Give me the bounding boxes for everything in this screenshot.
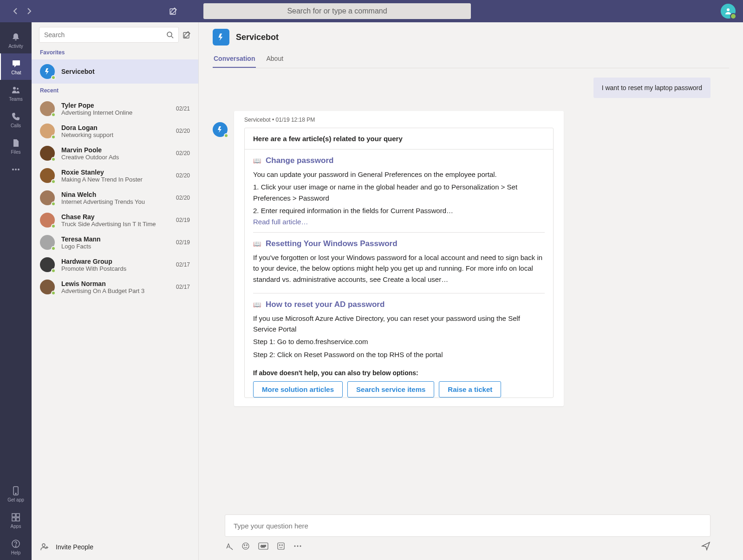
svg-rect-11 — [16, 514, 20, 517]
chat-name: Nina Welch — [61, 191, 169, 198]
rail-apps[interactable]: Apps — [0, 507, 32, 534]
chat-date: 02/20 — [176, 172, 190, 179]
chat-name: Lewis Norman — [61, 280, 169, 287]
chat-avatar — [40, 168, 55, 183]
chat-preview: Creative Outdoor Ads — [61, 154, 169, 161]
chat-preview: Internet Advertising Trends You — [61, 198, 169, 205]
chat-avatar — [40, 146, 55, 161]
chat-row[interactable]: Tyler PopeAdvertising Internet Online 02… — [32, 98, 198, 120]
chat-row[interactable]: Teresa MannLogo Facts 02/19 — [32, 231, 198, 254]
option-button[interactable]: More solution articles — [253, 381, 343, 397]
rail-getapp[interactable]: Get app — [0, 481, 32, 507]
back-button[interactable] — [13, 7, 18, 15]
forward-button[interactable] — [27, 7, 32, 15]
chat-preview: Promote With Postcards — [61, 265, 169, 272]
chat-search[interactable] — [39, 27, 179, 43]
chat-date: 02/20 — [176, 150, 190, 156]
rail-teams[interactable]: Teams — [0, 80, 32, 106]
command-search[interactable]: Search for or type a command — [203, 3, 471, 19]
svg-rect-2 — [13, 60, 20, 65]
bot-message: Servicebot • 01/19 12:18 PM Here are a f… — [234, 111, 564, 406]
favorite-chat-name: Servicebot — [61, 68, 95, 75]
chat-preview: Advertising Internet Online — [61, 109, 169, 116]
option-button[interactable]: Search service items — [347, 381, 434, 397]
format-icon[interactable] — [225, 542, 233, 550]
compose-input[interactable] — [234, 522, 702, 530]
gif-icon[interactable]: GIF — [258, 542, 268, 550]
sticker-icon[interactable] — [277, 542, 285, 550]
mobile-icon — [10, 485, 21, 496]
card-header: Here are a few article(s) related to you… — [245, 128, 553, 150]
conversation-body[interactable]: I want to reset my laptop password Servi… — [199, 68, 743, 505]
article-title[interactable]: How to reset your AD password — [266, 300, 385, 309]
presence-indicator — [51, 224, 56, 228]
chat-search-input[interactable] — [44, 31, 166, 39]
svg-point-28 — [297, 546, 299, 547]
tab-conversation[interactable]: Conversation — [213, 51, 256, 68]
article: 📖Change passwordYou can update your pass… — [253, 156, 545, 233]
chat-row[interactable]: Chase RayTruck Side Advertising Isn T It… — [32, 209, 198, 231]
svg-point-1 — [727, 8, 730, 11]
options-header: If above doesn't help, you can also try … — [253, 369, 545, 377]
book-icon: 📖 — [253, 157, 261, 164]
svg-point-16 — [167, 32, 172, 37]
article-line: If you use Microsoft Azure Active Direct… — [253, 313, 545, 335]
article-title[interactable]: Resetting Your Windows Password — [266, 239, 398, 248]
rail-activity[interactable]: Activity — [0, 27, 32, 53]
invite-people[interactable]: Invite People — [32, 534, 198, 560]
tab-about[interactable]: About — [265, 51, 284, 68]
compose-box[interactable] — [225, 514, 710, 537]
chat-name: Teresa Mann — [61, 235, 169, 243]
svg-rect-13 — [16, 518, 20, 521]
emoji-icon[interactable] — [241, 542, 250, 550]
compose-icon[interactable] — [182, 31, 191, 39]
rail-chat[interactable]: Chat — [0, 53, 32, 80]
rail-files[interactable]: Files — [0, 133, 32, 159]
presence-indicator — [51, 112, 56, 117]
chat-name: Hardware Group — [61, 258, 169, 265]
rail-more[interactable] — [0, 159, 32, 180]
read-more-link[interactable]: Read full article… — [253, 218, 545, 226]
rail-calls[interactable]: Calls — [0, 106, 32, 133]
chat-date: 02/19 — [176, 239, 190, 246]
svg-point-21 — [247, 545, 248, 546]
rail-help[interactable]: Help — [0, 534, 32, 560]
bot-meta-time: 01/19 12:18 PM — [276, 117, 315, 123]
chat-row[interactable]: Marvin PooleCreative Outdoor Ads 02/20 — [32, 142, 198, 164]
chat-avatar — [40, 280, 55, 294]
chat-row[interactable]: Nina WelchInternet Advertising Trends Yo… — [32, 187, 198, 209]
conversation-tabs: Conversation About — [213, 48, 729, 68]
svg-rect-12 — [12, 518, 15, 521]
chat-name: Chase Ray — [61, 213, 169, 221]
article-line: 1. Click your user image or name in the … — [253, 182, 545, 203]
send-button[interactable] — [701, 541, 710, 551]
presence-indicator — [51, 75, 56, 80]
chat-name: Tyler Pope — [61, 102, 169, 109]
new-chat-icon[interactable] — [169, 7, 177, 15]
chat-row[interactable]: Roxie StanleyMaking A New Trend In Poste… — [32, 164, 198, 187]
recent-section-header: Recent — [32, 84, 198, 98]
more-icon[interactable] — [293, 545, 302, 547]
svg-point-7 — [18, 169, 20, 170]
svg-point-18 — [42, 544, 45, 547]
article-title[interactable]: Change password — [266, 156, 333, 165]
help-icon — [10, 538, 21, 549]
servicebot-header-avatar — [213, 29, 229, 46]
file-icon — [10, 137, 21, 149]
svg-point-20 — [244, 545, 245, 546]
chat-row[interactable]: Hardware GroupPromote With Postcards 02/… — [32, 254, 198, 276]
article-line: You can update your password in General … — [253, 169, 545, 180]
command-search-placeholder: Search for or type a command — [287, 7, 387, 15]
rail-label: Activity — [8, 44, 23, 49]
favorite-chat-servicebot[interactable]: Servicebot — [32, 59, 198, 84]
chat-icon — [11, 58, 22, 69]
chat-date: 02/20 — [176, 195, 190, 201]
book-icon: 📖 — [253, 301, 261, 308]
chat-row[interactable]: Lewis NormanAdvertising On A Budget Part… — [32, 276, 198, 298]
chat-row[interactable]: Dora LoganNetworking support 02/20 — [32, 120, 198, 142]
chat-name: Dora Logan — [61, 124, 169, 131]
article-line: If you've forgotten or lost your Windows… — [253, 252, 545, 285]
conversation-panel: Servicebot Conversation About I want to … — [199, 22, 743, 560]
option-button[interactable]: Raise a ticket — [439, 381, 501, 397]
profile-avatar[interactable] — [721, 4, 736, 19]
